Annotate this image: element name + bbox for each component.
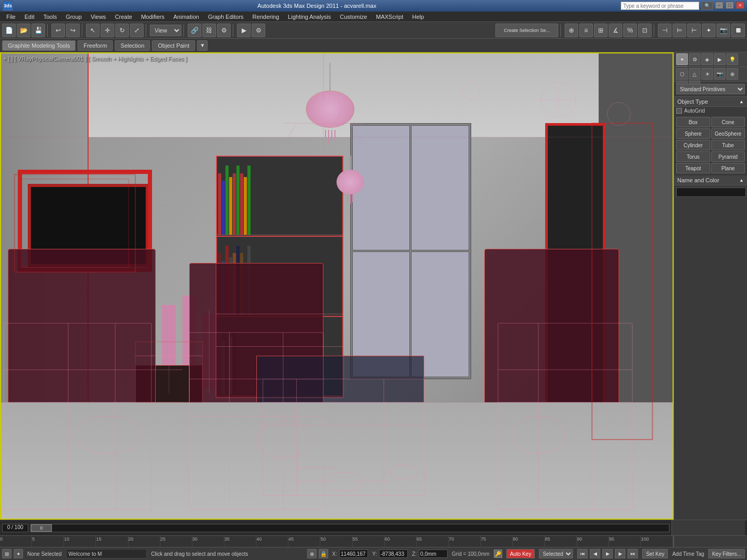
- close-button[interactable]: ×: [736, 2, 744, 9]
- cone-button[interactable]: Cone: [711, 117, 745, 127]
- display-panel-btn[interactable]: 💡: [727, 53, 738, 65]
- name-color-header[interactable]: Name and Color ▲: [674, 175, 747, 185]
- named-select-button[interactable]: ⊕: [565, 24, 578, 37]
- geosphere-button[interactable]: GeoSphere: [711, 128, 745, 139]
- coords-icon-btn[interactable]: ⊕: [307, 549, 317, 558]
- autogrid-checkbox[interactable]: [676, 108, 682, 114]
- object-name-input[interactable]: [676, 188, 746, 197]
- shapes-btn[interactable]: △: [689, 68, 700, 80]
- cylinder-button[interactable]: Cylinder: [676, 140, 710, 150]
- tube-button[interactable]: Tube: [711, 140, 745, 150]
- layers-button[interactable]: ≡: [579, 24, 593, 37]
- search-button[interactable]: 🔍: [701, 2, 713, 10]
- tab-selection[interactable]: Selection: [115, 40, 150, 51]
- z-input[interactable]: [419, 550, 448, 558]
- spinner-snap-button[interactable]: ⊡: [638, 24, 652, 37]
- status-icon-1[interactable]: ⊞: [2, 549, 12, 558]
- create-panel-btn[interactable]: ✦: [676, 53, 688, 65]
- new-button[interactable]: 📄: [2, 24, 16, 37]
- menu-item-tools[interactable]: Tools: [39, 13, 61, 21]
- rotate-button[interactable]: ↻: [115, 24, 129, 37]
- status-icon-2[interactable]: ✦: [14, 549, 23, 558]
- open-button[interactable]: 📂: [17, 24, 30, 37]
- maximize-button[interactable]: □: [726, 2, 734, 9]
- hierarchy-panel-btn[interactable]: ◈: [701, 53, 713, 65]
- primitives-dropdown[interactable]: Standard Primitives: [676, 84, 745, 94]
- menu-item-create[interactable]: Create: [111, 13, 136, 21]
- menu-item-edit[interactable]: Edit: [20, 13, 39, 21]
- motion-panel-btn[interactable]: ▶: [714, 53, 726, 65]
- link-button[interactable]: 🔗: [188, 24, 201, 37]
- viewport[interactable]: + [ ] [ VRayPhysicalCamera001 ] [ Smooth…: [0, 52, 674, 520]
- auto-key-button[interactable]: Auto Key: [506, 549, 535, 558]
- menu-item-rendering[interactable]: Rendering: [248, 13, 284, 21]
- menu-item-customize[interactable]: Customize: [335, 13, 371, 21]
- pyramid-button[interactable]: Pyramid: [711, 151, 745, 162]
- menu-item-maxscript[interactable]: MAXScript: [372, 13, 407, 21]
- play-btn[interactable]: ▶: [602, 549, 613, 558]
- search-input[interactable]: [621, 2, 699, 10]
- prev-frame-btn[interactable]: ◀: [590, 549, 600, 558]
- menu-item-views[interactable]: Views: [86, 13, 110, 21]
- bind-button[interactable]: ⚙: [217, 24, 231, 37]
- normal-align-button[interactable]: ⊢: [687, 24, 701, 37]
- menu-item-group[interactable]: Group: [61, 13, 86, 21]
- sphere-button[interactable]: Sphere: [676, 128, 710, 139]
- menu-item-file[interactable]: File: [2, 13, 20, 21]
- move-button[interactable]: ✛: [101, 24, 114, 37]
- geometry-btn[interactable]: ⬡: [676, 68, 688, 80]
- right-panel: ✦ ⚙ ◈ ▶ 💡 🔧 ⬡ △ ☀ 📷 ⊕ 🌀 ⊞ Standard Primi…: [674, 52, 747, 520]
- place-highlight-button[interactable]: ✦: [702, 24, 716, 37]
- selected-dropdown[interactable]: Selected: [539, 549, 573, 558]
- tab-graphite[interactable]: Graphite Modeling Tools: [2, 40, 75, 51]
- minimize-button[interactable]: −: [715, 2, 723, 9]
- timeline-position[interactable]: 0 / 100: [2, 524, 28, 532]
- x-input[interactable]: [339, 550, 368, 558]
- align-button[interactable]: ⊨: [673, 24, 686, 37]
- menu-item-modifiers[interactable]: Modifiers: [137, 13, 169, 21]
- align-camera-button[interactable]: 📷: [717, 24, 730, 37]
- modify-panel-btn[interactable]: ⚙: [689, 53, 700, 65]
- percent-snap-button[interactable]: %: [623, 24, 637, 37]
- skip-start-btn[interactable]: ⏮: [577, 549, 588, 558]
- view-dropdown[interactable]: View: [150, 25, 181, 36]
- menu-item-lighting-analysis[interactable]: Lighting Analysis: [284, 13, 335, 21]
- select-button[interactable]: ↖: [86, 24, 100, 37]
- key-filters-button[interactable]: Key Filters...: [708, 549, 745, 558]
- menu-item-help[interactable]: Help: [408, 13, 428, 21]
- snap-button[interactable]: ⊞: [594, 24, 608, 37]
- angle-snap-button[interactable]: ∡: [609, 24, 622, 37]
- object-type-header[interactable]: Object Type ▲: [674, 97, 747, 107]
- panel-scroll[interactable]: Standard Primitives Object Type ▲ AutoGr…: [674, 82, 747, 520]
- set-key-button[interactable]: Set Key: [642, 549, 668, 558]
- unlink-button[interactable]: ⛓: [202, 24, 216, 37]
- box-button[interactable]: Box: [676, 117, 710, 127]
- undo-button[interactable]: ↩: [51, 24, 65, 37]
- menu-item-graph-editors[interactable]: Graph Editors: [204, 13, 248, 21]
- teapot-button[interactable]: Teapot: [676, 163, 710, 173]
- helpers-btn[interactable]: ⊕: [727, 68, 738, 80]
- plane-button[interactable]: Plane: [711, 163, 745, 173]
- render-button[interactable]: ▶: [237, 24, 251, 37]
- create-selection-button[interactable]: Create Selection Se...: [495, 24, 558, 37]
- scale-button[interactable]: ⤢: [130, 24, 144, 37]
- menu-item-animation[interactable]: Animation: [169, 13, 203, 21]
- lights-btn[interactable]: ☀: [701, 68, 713, 80]
- skip-end-btn[interactable]: ⏭: [627, 549, 638, 558]
- render-setup-button[interactable]: ⚙: [252, 24, 265, 37]
- torus-button[interactable]: Torus: [676, 151, 710, 162]
- save-button[interactable]: 💾: [31, 24, 45, 37]
- align-to-view-button[interactable]: 🔲: [731, 24, 745, 37]
- timeline-track[interactable]: 0: [30, 524, 669, 532]
- tab-freeform[interactable]: Freeform: [78, 40, 113, 51]
- expand-btn[interactable]: ▼: [197, 40, 208, 51]
- lock-icon-btn[interactable]: 🔒: [319, 549, 328, 558]
- timeline-thumb[interactable]: 0: [31, 524, 52, 532]
- redo-button[interactable]: ↪: [66, 24, 80, 37]
- tab-object-paint[interactable]: Object Paint: [152, 40, 195, 51]
- cameras-btn[interactable]: 📷: [714, 68, 726, 80]
- next-frame-btn[interactable]: ▶: [615, 549, 625, 558]
- key-icon[interactable]: 🔑: [494, 550, 502, 558]
- mirror-button[interactable]: ⊣: [658, 24, 672, 37]
- y-input[interactable]: [379, 550, 408, 558]
